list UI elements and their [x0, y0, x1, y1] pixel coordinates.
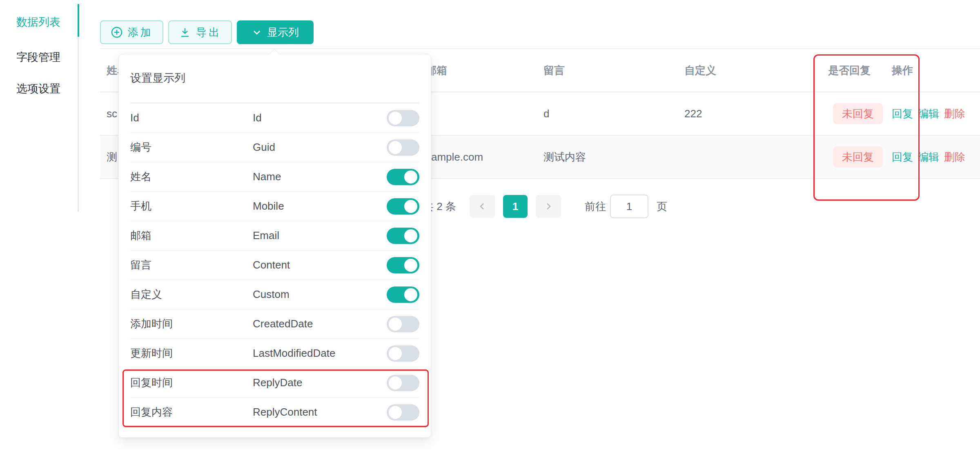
header-actions: 操作	[884, 63, 980, 78]
plus-circle-icon	[111, 26, 123, 38]
column-toggle-row: 回复时间 ReplyDate	[130, 368, 419, 398]
popover-title: 设置显示列	[130, 54, 419, 103]
column-toggle-switch[interactable]	[387, 316, 419, 332]
column-toggle-switch[interactable]	[387, 345, 419, 362]
column-label-zh: 回复内容	[130, 405, 253, 419]
cell-content: 测试内容	[543, 150, 684, 164]
column-toggle-row: 添加时间 CreatedDate	[130, 309, 419, 339]
column-toggle-row: 回复内容 ReplyContent	[130, 398, 419, 427]
reply-link[interactable]: 回复	[892, 107, 913, 120]
export-button-label: 导出	[196, 25, 221, 40]
pagination-page-unit: 页	[657, 195, 667, 218]
column-label-zh: 添加时间	[130, 317, 253, 331]
column-label-zh: 自定义	[130, 287, 253, 302]
status-badge: 未回复	[833, 146, 883, 168]
column-toggle-row: 编号 Guid	[130, 133, 419, 162]
display-columns-button[interactable]: 显示列	[237, 20, 314, 44]
download-icon	[179, 26, 191, 38]
column-field-name: Custom	[253, 288, 387, 301]
column-toggle-switch[interactable]	[387, 404, 419, 421]
column-toggle-row: 留言 Content	[130, 251, 419, 280]
sidebar-item-option-settings[interactable]: 选项设置	[16, 81, 60, 96]
pagination-next-button[interactable]	[536, 195, 561, 218]
column-label-zh: 编号	[130, 140, 253, 154]
column-toggle-row: 更新时间 LastModifiedDate	[130, 339, 419, 368]
column-field-name: Guid	[253, 141, 387, 154]
header-custom: 自定义	[684, 63, 822, 78]
column-toggle-switch[interactable]	[387, 198, 419, 215]
delete-link[interactable]: 删除	[944, 107, 965, 120]
column-label-zh: 更新时间	[130, 346, 253, 360]
column-toggle-row: 自定义 Custom	[130, 280, 419, 309]
status-badge: 未回复	[833, 103, 883, 124]
column-toggle-switch[interactable]	[387, 228, 419, 244]
column-field-name: CreatedDate	[253, 318, 387, 330]
header-reply-status: 是否回复	[822, 63, 884, 78]
column-toggle-switch[interactable]	[387, 169, 419, 185]
chevron-left-icon	[477, 201, 487, 211]
column-toggle-row: 姓名 Name	[130, 162, 419, 192]
column-field-name: Email	[253, 229, 387, 242]
column-toggle-switch[interactable]	[387, 257, 419, 273]
add-button[interactable]: 添加	[100, 20, 163, 44]
column-toggle-switch[interactable]	[387, 139, 419, 156]
cell-content: d	[543, 107, 684, 120]
display-columns-popover: 设置显示列 Id Id 编号 Guid 姓名 Name 手机 Mobile 邮箱…	[118, 54, 431, 438]
header-content: 留言	[543, 63, 684, 78]
column-field-name: ReplyDate	[253, 376, 387, 389]
cell-custom: 222	[684, 107, 822, 120]
export-button[interactable]: 导出	[168, 20, 232, 44]
pagination-current-page[interactable]: 1	[503, 195, 528, 218]
column-field-name: Mobile	[253, 200, 387, 213]
pagination-page-input[interactable]	[610, 195, 648, 218]
column-field-name: LastModifiedDate	[253, 347, 387, 360]
column-label-zh: 邮箱	[130, 228, 253, 243]
pagination-prev-button[interactable]	[470, 195, 495, 218]
chevron-right-icon	[543, 201, 553, 211]
pagination-goto-label: 前往	[585, 195, 606, 218]
column-toggle-row: 手机 Mobile	[130, 192, 419, 221]
sidebar-item-field-management[interactable]: 字段管理	[16, 50, 60, 65]
sidebar-divider	[78, 37, 79, 212]
column-label-zh: 留言	[130, 258, 253, 272]
sidebar-item-data-list[interactable]: 数据列表	[16, 15, 60, 29]
edit-link[interactable]: 编辑	[918, 107, 939, 120]
column-toggle-switch[interactable]	[387, 375, 419, 391]
column-label-zh: 手机	[130, 199, 253, 213]
column-label-zh: Id	[130, 112, 253, 124]
column-toggle-switch[interactable]	[387, 286, 419, 303]
column-field-name: Name	[253, 170, 387, 183]
column-field-name: Content	[253, 259, 387, 271]
header-email: 邮箱	[416, 63, 543, 78]
column-field-name: ReplyContent	[253, 406, 387, 418]
display-columns-button-label: 显示列	[267, 25, 299, 40]
cell-email: sample.com	[416, 151, 543, 163]
chevron-down-icon	[252, 27, 262, 38]
column-toggle-switch[interactable]	[387, 110, 419, 126]
sidebar-active-indicator	[78, 4, 79, 37]
reply-link[interactable]: 回复	[892, 151, 913, 163]
edit-link[interactable]: 编辑	[918, 151, 939, 163]
column-label-zh: 姓名	[130, 170, 253, 184]
column-field-name: Id	[253, 112, 387, 124]
column-label-zh: 回复时间	[130, 376, 253, 390]
delete-link[interactable]: 删除	[944, 151, 965, 163]
column-toggle-row: Id Id	[130, 103, 419, 133]
add-button-label: 添加	[128, 25, 153, 40]
column-toggle-row: 邮箱 Email	[130, 221, 419, 251]
